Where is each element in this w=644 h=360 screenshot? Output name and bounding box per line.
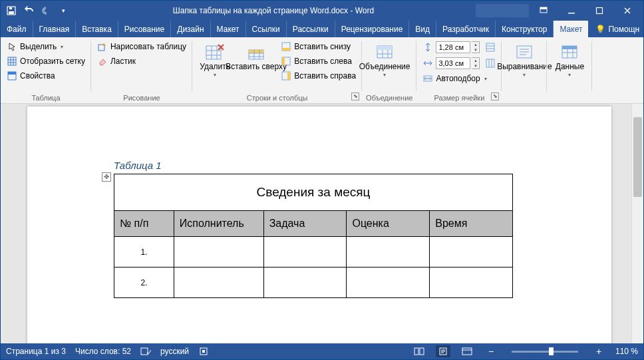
- eraser-button[interactable]: Ластик: [95, 55, 188, 68]
- ribbon-options-button[interactable]: [530, 3, 557, 19]
- word-count[interactable]: Число слов: 52: [75, 347, 131, 356]
- col-width-field[interactable]: ▲▼: [420, 56, 498, 71]
- svg-rect-6: [597, 8, 603, 14]
- tab-table-design[interactable]: Конструктор: [496, 21, 554, 37]
- zoom-in-button[interactable]: +: [591, 345, 606, 357]
- tab-design[interactable]: Дизайн: [171, 21, 210, 37]
- tab-view[interactable]: Вид: [409, 21, 436, 37]
- svg-rect-17: [249, 50, 263, 53]
- data-button[interactable]: Данные▾: [551, 40, 588, 93]
- redo-button[interactable]: [38, 3, 54, 19]
- svg-rect-34: [202, 350, 205, 353]
- align-icon: [514, 43, 535, 61]
- qat-more-button[interactable]: ▾: [55, 3, 71, 19]
- tab-mailings[interactable]: Рассылки: [287, 21, 335, 37]
- data-icon: [559, 43, 580, 61]
- vertical-scrollbar[interactable]: [631, 104, 643, 343]
- eraser-icon: [97, 56, 108, 67]
- status-bar: Страница 1 из 3 Число слов: 52 русский −…: [1, 343, 643, 359]
- table-header-cell[interactable]: Исполнитель: [174, 211, 263, 237]
- svg-rect-25: [377, 46, 392, 50]
- insert-below-button[interactable]: Вставить снизу: [279, 40, 358, 53]
- table-header-row[interactable]: № п/п Исполнитель Задача Оценка Время: [114, 211, 513, 237]
- tab-table-layout[interactable]: Макет: [554, 21, 588, 37]
- width-input[interactable]: [436, 57, 470, 69]
- macro-icon[interactable]: [198, 346, 209, 357]
- group-alignment: Выравнивание▾: [502, 37, 547, 103]
- table-header-cell[interactable]: Время: [430, 211, 513, 237]
- view-gridlines-button[interactable]: Отобразить сетку: [5, 55, 87, 68]
- table-move-handle[interactable]: ✥: [102, 172, 111, 182]
- page-indicator[interactable]: Страница 1 из 3: [6, 347, 66, 356]
- print-layout-button[interactable]: [436, 345, 450, 357]
- table-caption[interactable]: Таблица 1: [114, 160, 525, 171]
- group-merge: Объединение▾ Объединение: [362, 37, 416, 103]
- properties-button[interactable]: Свойства: [5, 69, 87, 83]
- maximize-button[interactable]: [586, 3, 613, 19]
- zoom-slider[interactable]: [512, 351, 578, 353]
- read-mode-button[interactable]: [412, 345, 426, 357]
- insert-above-icon: [245, 43, 267, 61]
- insert-right-icon: [281, 71, 291, 81]
- draw-table-button[interactable]: Нарисовать таблицу: [95, 40, 188, 53]
- select-button[interactable]: Выделить▾: [5, 40, 87, 53]
- height-input[interactable]: [436, 41, 470, 53]
- cursor-icon: [7, 41, 17, 52]
- table-row[interactable]: 1.: [114, 237, 513, 268]
- document-area[interactable]: Таблица 1 ✥ Сведения за месяц № п/п Испо…: [1, 104, 643, 343]
- account-button[interactable]: [476, 4, 529, 17]
- table-header-cell[interactable]: № п/п: [114, 211, 174, 237]
- minimize-button[interactable]: [558, 3, 585, 19]
- close-button[interactable]: [614, 3, 641, 19]
- insert-above-button[interactable]: Вставить сверху: [238, 40, 275, 93]
- tab-review[interactable]: Рецензирование: [335, 21, 410, 37]
- web-layout-button[interactable]: [460, 345, 474, 357]
- insert-left-button[interactable]: Вставить слева: [279, 55, 358, 68]
- svg-rect-31: [562, 46, 577, 49]
- undo-button[interactable]: [21, 3, 37, 19]
- svg-rect-35: [414, 348, 418, 355]
- alignment-button[interactable]: Выравнивание▾: [506, 40, 543, 93]
- svg-rect-38: [462, 348, 472, 355]
- save-icon: [6, 5, 17, 16]
- document-table[interactable]: Сведения за месяц № п/п Исполнитель Зада…: [114, 174, 513, 298]
- table-title-cell[interactable]: Сведения за месяц: [114, 174, 513, 211]
- distribute-cols-icon[interactable]: [485, 58, 496, 69]
- tab-developer[interactable]: Разработчик: [436, 21, 496, 37]
- page[interactable]: Таблица 1 ✥ Сведения за месяц № п/п Испо…: [27, 106, 611, 343]
- zoom-thumb[interactable]: [549, 347, 554, 355]
- table-row[interactable]: 2.: [114, 268, 513, 298]
- grid-icon: [7, 56, 17, 67]
- tab-insert[interactable]: Вставка: [76, 21, 118, 37]
- spellcheck-icon[interactable]: [140, 346, 151, 357]
- pencil-icon: [97, 41, 108, 52]
- merge-button[interactable]: Объединение▾: [366, 40, 403, 93]
- zoom-level[interactable]: 110 %: [615, 347, 638, 356]
- tab-draw[interactable]: Рисование: [118, 21, 171, 37]
- tell-me[interactable]: 💡Помощн: [588, 21, 644, 37]
- distribute-rows-icon[interactable]: [485, 42, 496, 53]
- scrollbar-thumb[interactable]: [633, 117, 642, 197]
- insert-right-button[interactable]: Вставить справа: [279, 69, 358, 83]
- tab-layout[interactable]: Макет: [211, 21, 246, 37]
- language-indicator[interactable]: русский: [160, 347, 189, 356]
- group-rows-cols: Удалить▾ Вставить сверху Вставить снизу …: [192, 37, 362, 103]
- window-controls: [476, 3, 641, 19]
- chevron-down-icon: ▾: [58, 5, 69, 16]
- tab-home[interactable]: Главная: [33, 21, 77, 37]
- dialog-launcher[interactable]: ⬊: [351, 92, 359, 100]
- table-header-cell[interactable]: Задача: [263, 211, 347, 237]
- zoom-out-button[interactable]: −: [484, 345, 498, 357]
- table-header-cell[interactable]: Оценка: [347, 211, 430, 237]
- save-button[interactable]: [3, 3, 19, 19]
- tab-references[interactable]: Ссылки: [246, 21, 287, 37]
- dialog-launcher[interactable]: ⬊: [491, 92, 499, 100]
- group-label: Объединение: [366, 93, 412, 102]
- autofit-button[interactable]: Автоподбор▾: [420, 72, 498, 85]
- svg-rect-23: [287, 72, 290, 80]
- row-height-field[interactable]: ▲▼: [420, 40, 498, 55]
- svg-rect-1: [9, 11, 14, 14]
- svg-rect-19: [282, 48, 290, 51]
- tab-file[interactable]: Файл: [1, 21, 33, 37]
- svg-rect-21: [282, 57, 285, 65]
